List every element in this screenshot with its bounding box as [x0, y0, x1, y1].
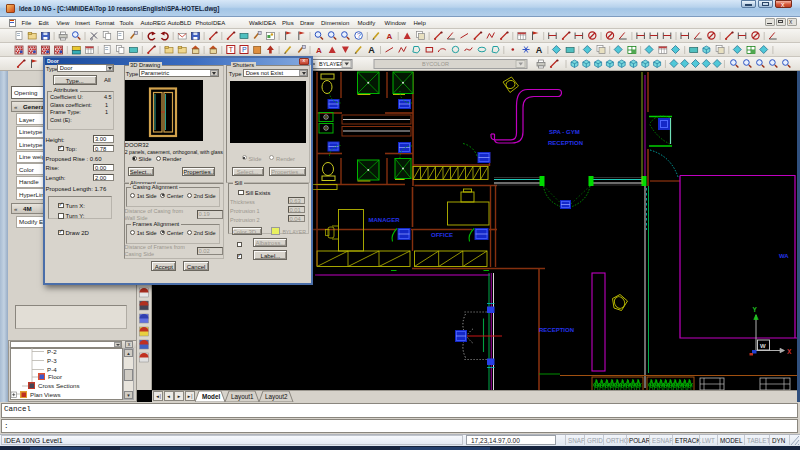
svg-text:Y: Y [753, 306, 758, 313]
svg-text:WA: WA [779, 253, 789, 259]
svg-text:W: W [760, 343, 766, 349]
svg-text:X: X [787, 348, 792, 355]
svg-text:P: P [242, 46, 247, 53]
svg-text:A: A [316, 46, 322, 55]
svg-text:BYLAYER: BYLAYER [319, 61, 344, 67]
svg-text:Plan Views: Plan Views [30, 391, 61, 398]
svg-text:T: T [229, 46, 234, 53]
svg-text:RECEPTION: RECEPTION [539, 327, 574, 333]
svg-text:P-2: P-2 [47, 348, 57, 355]
svg-text:RECEPTION: RECEPTION [548, 140, 583, 146]
svg-text:A: A [368, 45, 375, 55]
svg-text:A: A [536, 45, 543, 55]
svg-text:OFFICE: OFFICE [431, 232, 453, 238]
svg-text:A: A [387, 32, 393, 41]
svg-text:Layout1: Layout1 [231, 393, 254, 401]
svg-text:Layout2: Layout2 [265, 393, 288, 401]
svg-text:Model: Model [202, 393, 220, 400]
svg-text:SPA - GYM: SPA - GYM [549, 129, 580, 135]
svg-text:MANAGER: MANAGER [369, 217, 401, 223]
svg-text:?: ? [357, 32, 361, 39]
svg-text:Cross Sections: Cross Sections [38, 382, 80, 389]
svg-text:BYCOLOR: BYCOLOR [422, 61, 449, 67]
svg-text:Floor: Floor [48, 373, 62, 380]
svg-text:P-3: P-3 [47, 357, 57, 364]
svg-text:P-4: P-4 [47, 366, 57, 373]
